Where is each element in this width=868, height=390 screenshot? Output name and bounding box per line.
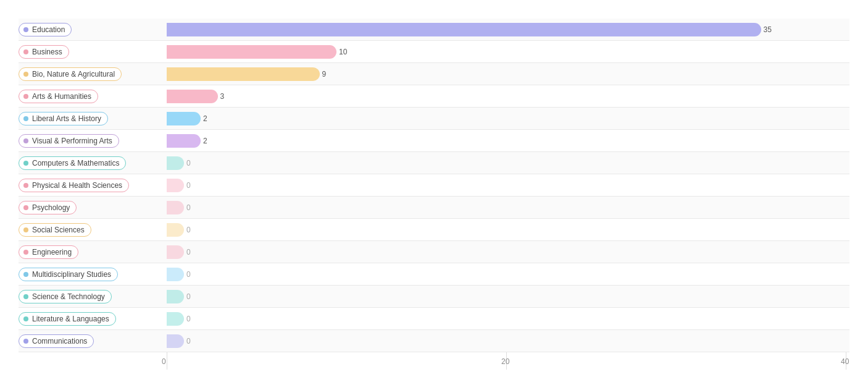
bar-label-pill: Science & Technology [19,290,112,303]
bar-dot [23,339,28,344]
table-row: Bio, Nature & Agricultural9 [19,63,849,85]
bar-wrapper: 0 [167,330,849,352]
bar-dot [23,94,28,99]
grid-container: Education35Business10Bio, Nature & Agric… [19,19,849,370]
bar: 2 [167,134,201,148]
bar-label-pill: Physical & Health Sciences [19,179,129,192]
bar-dot [23,138,28,143]
table-row: Physical & Health Sciences0 [19,174,849,197]
label-cell: Business [19,45,167,59]
bar-label-pill: Business [19,45,69,59]
bar-wrapper: 3 [167,85,849,107]
bar: 10 [167,45,336,59]
bar-value-label: 0 [186,270,191,279]
table-row: Multidisciplinary Studies0 [19,263,849,286]
bar-label-pill: Social Sciences [19,223,91,237]
label-cell: Computers & Mathematics [19,156,167,170]
table-row: Education35 [19,19,849,41]
bar-label-text: Computers & Mathematics [32,159,119,167]
label-cell: Liberal Arts & History [19,112,167,125]
bar-dot [23,227,28,232]
bar-dot [23,250,28,255]
bar: 0 [167,334,184,348]
x-axis-label: 0 [162,357,166,366]
bar: 9 [167,67,320,81]
bar-wrapper: 0 [167,219,849,240]
bar-label-pill: Arts & Humanities [19,90,98,103]
bar-label-text: Visual & Performing Arts [32,137,112,145]
bar-dot [23,72,28,77]
bar: 0 [167,312,184,326]
bar-value-label: 0 [186,248,191,256]
table-row: Communications0 [19,330,849,352]
bar-value-label: 0 [186,292,191,301]
bar: 0 [167,156,184,170]
bar-wrapper: 0 [167,241,849,263]
bar-label-text: Literature & Languages [32,315,109,323]
bar-label-pill: Visual & Performing Arts [19,134,119,148]
bar-wrapper: 0 [167,263,849,285]
bar-label-text: Social Sciences [32,226,85,234]
bar: 35 [167,23,761,36]
label-cell: Multidisciplinary Studies [19,268,167,281]
label-cell: Engineering [19,245,167,259]
bar-wrapper: 9 [167,63,849,85]
label-cell: Psychology [19,201,167,214]
bar-value-label: 0 [186,203,191,212]
x-axis-label: 40 [841,357,849,366]
bar-label-pill: Literature & Languages [19,312,116,326]
bar-value-label: 0 [186,315,191,323]
table-row: Business10 [19,41,849,63]
bar-value-label: 0 [186,159,191,167]
table-row: Literature & Languages0 [19,308,849,330]
label-cell: Literature & Languages [19,312,167,326]
bar-dot [23,161,28,166]
bar-value-label: 2 [203,137,207,145]
bar: 0 [167,179,184,192]
bar-label-text: Liberal Arts & History [32,114,101,123]
bar-wrapper: 35 [167,19,849,40]
bar-label-pill: Computers & Mathematics [19,156,126,170]
table-row: Science & Technology0 [19,286,849,308]
bar-dot [23,27,28,32]
label-cell: Education [19,23,167,36]
bar-label-text: Communications [32,337,87,345]
bar: 0 [167,290,184,303]
bar-wrapper: 0 [167,152,849,174]
label-cell: Visual & Performing Arts [19,134,167,148]
bar: 0 [167,223,184,237]
table-row: Computers & Mathematics0 [19,152,849,174]
bar-dot [23,272,28,277]
bar-value-label: 0 [186,181,191,190]
bar: 3 [167,90,218,103]
bar-label-pill: Communications [19,334,94,348]
bar-label-text: Physical & Health Sciences [32,181,122,190]
bar-wrapper: 2 [167,130,849,151]
bar-value-label: 9 [322,70,327,78]
bar-dot [23,294,28,299]
bar-value-label: 2 [203,114,207,123]
table-row: Social Sciences0 [19,219,849,241]
bar-wrapper: 10 [167,41,849,62]
label-cell: Social Sciences [19,223,167,237]
bar-label-pill: Liberal Arts & History [19,112,108,125]
bar-value-label: 0 [186,226,191,234]
table-row: Liberal Arts & History2 [19,108,849,130]
label-cell: Arts & Humanities [19,90,167,103]
bars-container: Education35Business10Bio, Nature & Agric… [19,19,849,352]
bar-label-text: Science & Technology [32,292,105,301]
bar-value-label: 3 [220,92,225,101]
bar-value-label: 10 [339,48,347,56]
bar-dot [23,116,28,121]
bar-wrapper: 2 [167,108,849,129]
bar-label-pill: Education [19,23,72,36]
table-row: Visual & Performing Arts2 [19,130,849,152]
bar-value-label: 35 [764,25,772,34]
chart-container: Education35Business10Bio, Nature & Agric… [19,19,849,370]
bar-label-pill: Psychology [19,201,77,214]
table-row: Engineering0 [19,241,849,263]
bar: 0 [167,201,184,214]
x-axis-container: 02040 [19,355,849,370]
bar-dot [23,205,28,210]
bar-label-text: Engineering [32,248,72,256]
